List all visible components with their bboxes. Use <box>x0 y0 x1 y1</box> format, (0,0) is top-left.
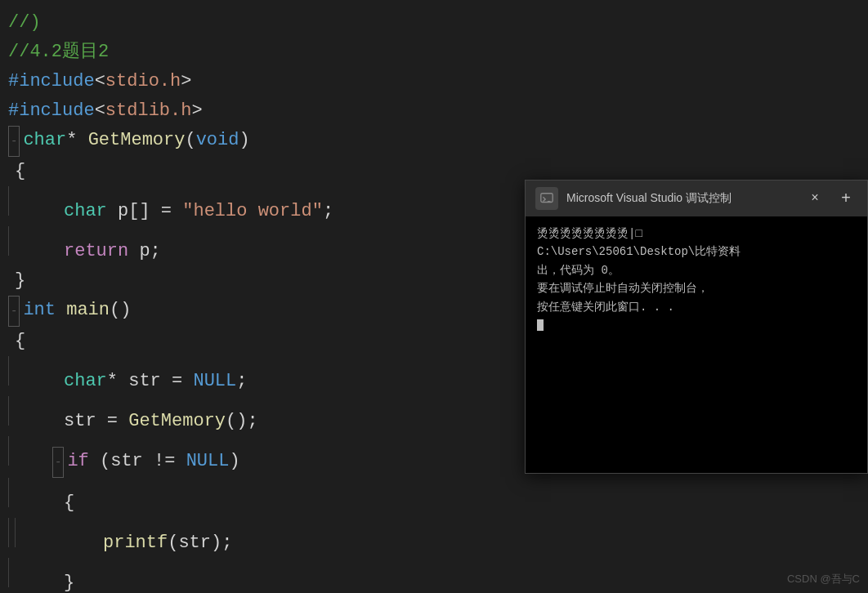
terminal-titlebar: Microsoft Visual Studio 调试控制 × + <box>526 181 867 216</box>
collapse-indicator: - <box>8 126 20 157</box>
code-text: < <box>95 67 105 96</box>
code-line-5: - char* GetMemory(void) <box>0 126 523 157</box>
code-text: //) <box>8 8 41 38</box>
code-text: * str = <box>107 367 194 396</box>
code-text: ; <box>323 197 333 226</box>
code-line-2: //4.2题目2 <box>0 38 523 67</box>
code-line-17: } <box>0 558 523 593</box>
code-text: p; <box>139 237 160 266</box>
code-text: NULL <box>186 447 230 476</box>
code-text: () <box>110 296 131 325</box>
indent-guide <box>8 186 13 216</box>
code-text: stdio.h <box>105 67 181 96</box>
code-text: #include <box>8 96 95 126</box>
code-text: { <box>8 327 25 356</box>
terminal-line-2: C:\Users\25061\Desktop\比特资料 <box>537 245 740 258</box>
code-text: (); <box>226 407 258 436</box>
svg-rect-0 <box>541 194 553 203</box>
code-text: } <box>15 568 74 593</box>
terminal-line-3: 出，代码为 0。 <box>537 264 620 277</box>
code-line-9: } <box>0 266 523 296</box>
code-text: > <box>191 96 202 126</box>
code-text: ( <box>185 126 195 155</box>
code-line-12: char* str = NULL; <box>0 356 523 396</box>
code-text: char <box>15 367 107 396</box>
code-line-1: //) <box>0 8 523 38</box>
code-text: ) <box>239 126 249 155</box>
indent-guide <box>8 478 13 507</box>
terminal-cursor <box>537 319 544 331</box>
code-text: > <box>181 67 191 96</box>
code-text: < <box>95 96 105 126</box>
code-text: if <box>67 447 100 476</box>
indent-guide <box>8 558 13 587</box>
code-text: str = <box>15 407 128 436</box>
code-text: void <box>196 126 239 155</box>
code-text: } <box>8 266 25 296</box>
csdn-watermark: CSDN @吾与C <box>787 572 860 586</box>
indent-guide <box>8 356 13 386</box>
terminal-icon <box>535 187 558 210</box>
code-text: printf <box>21 528 168 558</box>
terminal-output: 烫烫烫烫烫烫烫烫|□ C:\Users\25061\Desktop\比特资料 出… <box>537 225 856 334</box>
code-text: char <box>23 126 66 155</box>
code-line-11: { <box>0 327 523 356</box>
code-text: "hello world" <box>182 197 323 226</box>
collapse-indicator: - <box>8 296 20 327</box>
code-text: p[] = <box>118 197 182 226</box>
code-line-6: { <box>0 157 523 186</box>
code-text: * <box>66 126 87 155</box>
terminal-body: 烫烫烫烫烫烫烫烫|□ C:\Users\25061\Desktop\比特资料 出… <box>526 216 867 473</box>
code-text: { <box>8 157 25 186</box>
code-text: NULL <box>193 367 236 396</box>
code-text: (str); <box>168 528 232 558</box>
code-text: ) <box>229 447 239 476</box>
indent-guide <box>8 226 13 256</box>
terminal-line-4: 要在调试停止时自动关闭控制台， <box>537 282 709 295</box>
code-text: #include <box>8 67 95 96</box>
terminal-close-button[interactable]: × <box>803 187 826 210</box>
code-line-7: char p[] = "hello world"; <box>0 186 523 226</box>
code-text: { <box>15 488 74 518</box>
code-line-8: return p; <box>0 226 523 266</box>
indent-guide <box>8 436 13 466</box>
terminal-line-5: 按任意键关闭此窗口. . . <box>537 301 674 314</box>
code-line-15: { <box>0 478 523 518</box>
code-text: main <box>66 296 110 325</box>
code-text: != <box>154 447 186 476</box>
code-line-16: printf(str); <box>0 518 523 558</box>
indent-guide <box>15 518 20 547</box>
code-text: GetMemory <box>128 407 226 436</box>
indent-guide <box>8 518 13 547</box>
terminal-window: Microsoft Visual Studio 调试控制 × + 烫烫烫烫烫烫烫… <box>525 180 868 474</box>
code-editor: //) //4.2题目2 #include<stdio.h> #include<… <box>0 0 523 593</box>
code-line-4: #include<stdlib.h> <box>0 96 523 126</box>
terminal-add-button[interactable]: + <box>834 187 857 210</box>
code-line-10: - int main() <box>0 296 523 327</box>
collapse-indicator: - <box>52 447 64 478</box>
code-line-3: #include<stdio.h> <box>0 67 523 96</box>
indent-guide <box>8 396 13 426</box>
code-text: return <box>15 237 139 266</box>
code-text: GetMemory <box>88 126 186 155</box>
code-text: int <box>23 296 66 325</box>
code-text: stdlib.h <box>105 96 192 126</box>
code-line-14: - if (str != NULL) <box>0 436 523 478</box>
code-text: //4.2题目2 <box>8 38 109 67</box>
code-line-13: str = GetMemory(); <box>0 396 523 436</box>
code-text: ; <box>236 367 247 396</box>
terminal-title: Microsoft Visual Studio 调试控制 <box>566 191 795 206</box>
code-text: (str <box>100 447 154 476</box>
code-text: char <box>15 197 118 226</box>
terminal-line-1: 烫烫烫烫烫烫烫烫|□ <box>537 227 642 240</box>
